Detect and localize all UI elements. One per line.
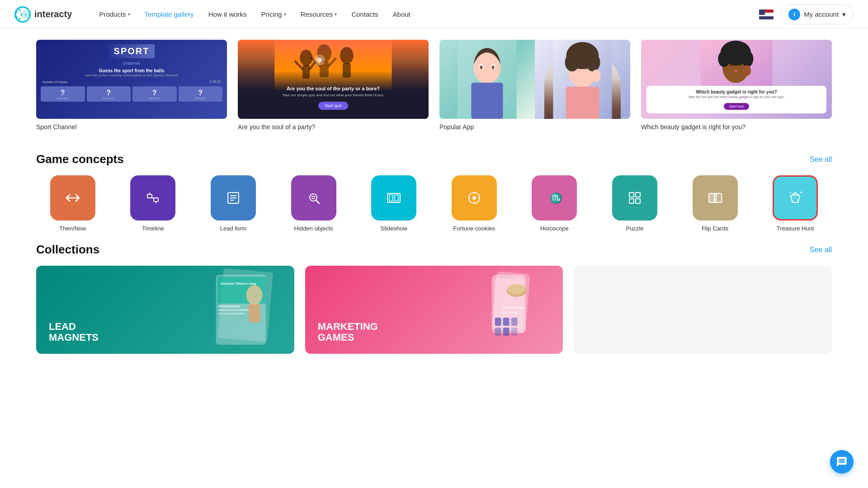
nav-products[interactable]: Products ▾	[94, 7, 135, 22]
party-image-overlay	[238, 40, 429, 91]
puzzle-label: Puzzle	[626, 225, 643, 232]
svg-text:get a prize!: get a prize!	[503, 311, 519, 314]
fortune-cookies-icon	[452, 175, 497, 221]
svg-line-70	[793, 195, 795, 202]
template-card-sport[interactable]: SPORT channel Guess the sport from the b…	[36, 40, 227, 131]
lead-form-label: Lead form	[220, 225, 247, 232]
logo-text: interacty	[34, 9, 72, 19]
sport-grid-item: ?SPORT	[41, 86, 85, 102]
game-concept-flip-cards[interactable]: Flip Cards	[679, 175, 752, 232]
beauty-sub: Take this test and see which beauty gadg…	[651, 95, 822, 99]
template-card-beauty[interactable]: Which beauty gadget is right for you? Ta…	[641, 40, 832, 131]
game-concept-timeline[interactable]: Timeline	[117, 175, 190, 232]
slideshow-icon	[371, 175, 416, 221]
chevron-down-icon: ▾	[335, 12, 337, 17]
game-concepts-title: Game concepts	[36, 152, 124, 166]
hidden-objects-svg	[305, 189, 323, 207]
horoscope-label: Horoscope	[540, 225, 569, 232]
lead-magnets-title: LEADMAGNETS	[49, 321, 99, 343]
game-concept-horoscope[interactable]: ♏ Horoscope	[518, 175, 591, 232]
template-card-popular[interactable]: Popular App	[439, 40, 630, 131]
sport-grid-item: ?SPORT	[132, 86, 177, 102]
game-concepts-see-all[interactable]: See all	[810, 155, 832, 164]
svg-point-35	[723, 45, 733, 58]
game-concept-lead-form[interactable]: Lead form	[197, 175, 270, 232]
nav-template-gallery[interactable]: Template gallery	[139, 7, 199, 22]
sport-grid: ?SPORT ?SPORT ?SPORT ?SPORT	[41, 86, 222, 102]
collections-see-all[interactable]: See all	[810, 246, 832, 254]
svg-rect-82	[218, 313, 245, 314]
game-concept-fortune-cookies[interactable]: Fortune cookies	[438, 175, 511, 232]
party-sub: Take our simple quiz and find out what y…	[243, 93, 423, 97]
marketing-games-overlay: Find pairs and get a prize!	[434, 266, 563, 354]
popular-right-svg	[535, 40, 630, 119]
svg-rect-92	[495, 318, 501, 326]
svg-rect-64	[636, 199, 640, 203]
sport-channel-text: channel	[123, 61, 141, 66]
svg-rect-94	[511, 318, 518, 326]
svg-point-83	[246, 285, 263, 305]
svg-rect-52	[389, 195, 393, 201]
svg-rect-93	[503, 318, 509, 326]
party-question: Are you the soul of the party or a bore?	[243, 86, 423, 91]
nav-pricing[interactable]: Pricing ▾	[256, 7, 292, 22]
navbar: interacty Products ▾ Template gallery Ho…	[0, 0, 868, 29]
nav-resources[interactable]: Resources ▾	[295, 7, 343, 22]
sport-card-label: Sport Channel	[36, 123, 227, 131]
logo-svg	[22, 6, 29, 23]
nav-contacts[interactable]: Contacts	[346, 7, 383, 22]
logo[interactable]: interacty	[14, 6, 72, 23]
popular-left-svg	[439, 40, 535, 119]
party-silhouettes	[238, 40, 429, 91]
party-start-button[interactable]: Start quiz	[318, 102, 348, 110]
then-now-icon	[50, 175, 95, 221]
popular-left-face	[439, 40, 535, 119]
game-concept-hidden-objects[interactable]: Hidden objects	[277, 175, 350, 232]
beauty-start-button[interactable]: Start test	[724, 103, 749, 110]
nav-about[interactable]: About	[387, 7, 416, 22]
svg-point-21	[480, 66, 483, 69]
collection-marketing-games[interactable]: MARKETINGGAMES Find pairs and get a priz…	[305, 266, 563, 354]
popular-card-bg	[439, 40, 630, 119]
party-card-label: Are you the soul of a party?	[238, 123, 429, 131]
nav-how-it-works[interactable]: How it works	[203, 7, 252, 22]
svg-point-2	[25, 14, 26, 15]
svg-rect-3	[274, 40, 392, 91]
template-card-party[interactable]: Are you the soul of the party or a bore?…	[238, 40, 429, 131]
info-icon: i	[788, 9, 800, 20]
party-card-image: Are you the soul of the party or a bore?…	[238, 40, 429, 119]
puzzle-icon	[612, 175, 657, 221]
game-concept-treasure-hunt[interactable]: Treasure Hunt	[759, 175, 832, 232]
treasure-hunt-label: Treasure Hunt	[777, 225, 814, 232]
popular-right-face	[535, 40, 630, 119]
slideshow-svg	[385, 189, 403, 207]
timeline-label: Timeline	[142, 225, 164, 232]
lead-form-icon	[211, 175, 256, 221]
my-account-button[interactable]: i My account ▾	[781, 5, 854, 24]
svg-rect-41	[154, 198, 158, 202]
beauty-face-svg	[641, 40, 832, 91]
sport-card-bg: SPORT channel Guess the sport from the b…	[36, 40, 227, 119]
game-concept-slideshow[interactable]: Slideshow	[357, 175, 430, 232]
beauty-card-image: Which beauty gadget is right for you? Ta…	[641, 40, 832, 119]
collection-placeholder	[574, 266, 832, 354]
sport-badge: SPORT	[108, 44, 155, 58]
treasure-hunt-icon	[773, 175, 818, 221]
marketing-games-title: MARKETINGGAMES	[318, 321, 378, 343]
svg-line-50	[316, 200, 319, 203]
popular-left	[439, 40, 535, 119]
game-concepts-section: Game concepts See all Then/Now	[36, 152, 832, 232]
svg-text:Summer fitness mag: Summer fitness mag	[221, 282, 256, 286]
game-concept-then-now[interactable]: Then/Now	[36, 175, 109, 232]
game-concept-puzzle[interactable]: Puzzle	[598, 175, 671, 232]
svg-rect-9	[343, 63, 351, 78]
flip-cards-label: Flip Cards	[702, 225, 728, 232]
then-now-svg	[64, 189, 82, 207]
sport-grid-item: ?SPORT	[87, 86, 131, 102]
sport-grid-item: ?SPORT	[179, 86, 223, 102]
svg-point-22	[492, 66, 495, 69]
beauty-title: Which beauty gadget is right for you?	[651, 89, 822, 94]
collection-lead-magnets[interactable]: LEADMAGNETS Summer fitness mag	[36, 266, 294, 354]
flag-icon[interactable]	[759, 9, 774, 19]
svg-rect-80	[218, 305, 241, 307]
